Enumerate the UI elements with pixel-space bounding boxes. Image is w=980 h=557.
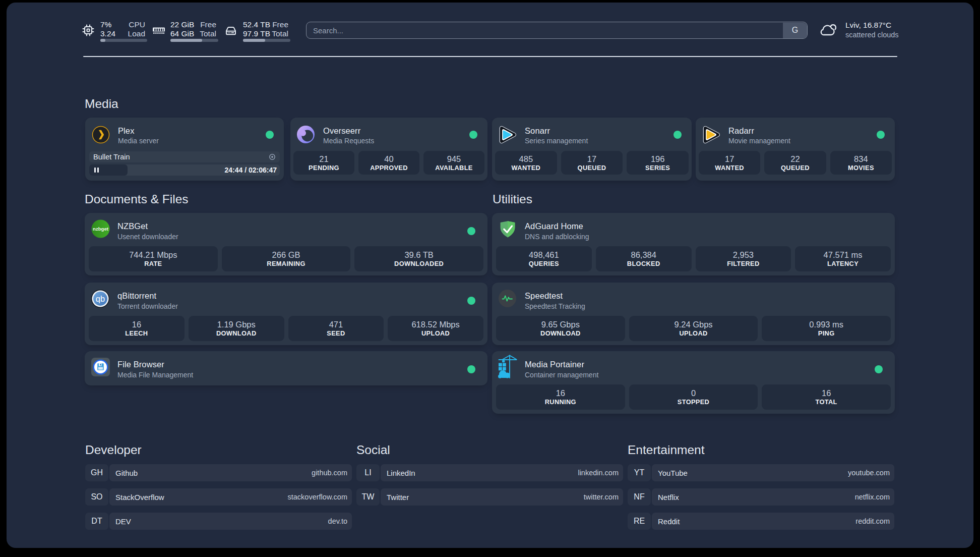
- svg-text:nzbget: nzbget: [93, 226, 109, 232]
- svg-text:qb: qb: [96, 294, 105, 303]
